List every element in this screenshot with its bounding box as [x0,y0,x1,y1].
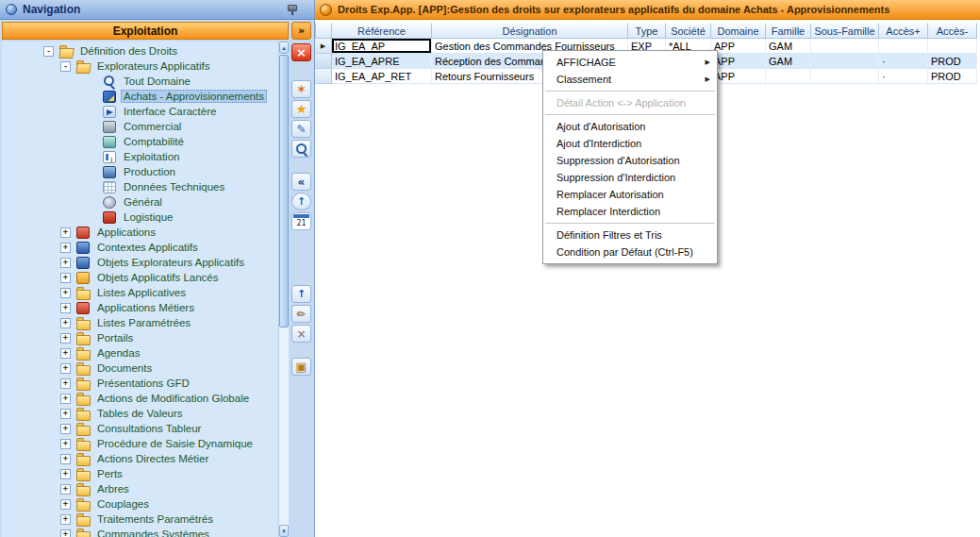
tree-expander[interactable]: + [60,424,71,434]
calendar-button[interactable]: 21 [291,212,311,230]
tree-item[interactable]: + Actions de Modification Globale [2,391,278,406]
grid-cell[interactable] [928,39,977,54]
grid-cell[interactable]: APP [711,54,766,69]
grid-corner-cell[interactable] [315,23,332,39]
menu-item[interactable]: Classement ▶ [543,71,717,88]
column-header[interactable]: Accès+ [879,23,928,39]
tree-expander[interactable]: + [60,514,71,525]
menu-item[interactable]: Définition Filtres et Tris [543,227,717,243]
delete-button[interactable]: × [291,325,311,343]
grid-cell[interactable] [811,39,879,54]
menu-item[interactable]: Remplacer Interdiction [543,203,717,220]
menu-item[interactable]: Remplacer Autorisation [543,186,717,203]
grid-cell[interactable]: IG_EA_APRE [332,54,432,69]
tree-expander[interactable]: + [60,409,71,419]
tree-item[interactable]: + Arbres [2,481,278,496]
tree-expander[interactable]: + [60,484,71,495]
package-button[interactable]: ▣ [291,358,311,376]
tree-item[interactable]: + Couplages [2,496,278,512]
row-header-cell[interactable]: ▶ [315,39,332,54]
pinwheel-button[interactable]: ✶ [291,80,311,98]
tree-item[interactable]: + Perts [2,466,278,481]
tree-item[interactable]: + Traitements Paramétrés [2,512,278,527]
tree-item[interactable]: + Agendas [2,345,278,361]
grid-cell[interactable]: APP [711,39,766,54]
tree-item[interactable]: Commercial [2,119,278,134]
tree-item[interactable]: + Objets Applicatifs Lancés [2,270,278,285]
edit-button[interactable]: ✎ [291,120,311,138]
tree-item[interactable]: Données Techniques [2,179,278,194]
tree-item[interactable]: Général [2,194,278,210]
tree-item[interactable]: Logistique [2,210,278,225]
tree-expander[interactable]: + [60,303,71,313]
tree-expander[interactable]: + [60,318,71,328]
tree-item[interactable]: + Portails [2,330,278,345]
tree-expander[interactable]: + [60,469,71,479]
grid-cell[interactable] [811,54,879,69]
pin-icon[interactable] [286,4,297,16]
tree-item[interactable]: + Listes Applicatives [2,285,278,300]
tree-expander[interactable]: + [60,243,71,253]
tree-item[interactable]: Comptabilité [2,134,278,149]
tree-item[interactable]: + Contextes Applicatifs [2,240,278,255]
scrollbar-thumb[interactable] [279,55,289,327]
tree-item[interactable]: Production [2,164,278,179]
tree-item[interactable]: Interface Caractère [2,104,278,119]
tree-expander[interactable]: + [60,499,71,510]
grid-cell[interactable] [811,69,879,84]
tree-item[interactable]: + Procédure de Saisie Dynamique [2,436,278,451]
scrollbar-track[interactable] [279,54,289,525]
tree-expander[interactable]: + [60,529,71,537]
tree-expander[interactable]: + [60,363,71,374]
column-header[interactable]: Référence [332,23,432,39]
grid-cell[interactable]: · [879,54,928,69]
grid-cell[interactable] [879,39,928,54]
tree-item[interactable]: + Documents [2,361,278,376]
menu-item[interactable]: Suppression d'Autorisation [543,152,717,169]
tree-item[interactable]: + Objets Explorateurs Applicatifs [2,255,278,270]
menu-item[interactable]: AFFICHAGE ▶ [543,54,717,71]
up-circle-button[interactable]: ↑ [291,193,311,210]
tree-expander[interactable]: - [60,61,71,72]
grid-cell[interactable]: GAM [766,39,811,54]
tree-item[interactable]: - Définition des Droits [2,43,278,59]
tree-expander[interactable]: + [60,288,71,298]
row-header-cell[interactable] [315,54,332,69]
move-up-button[interactable]: ↑ [291,285,311,303]
tree-item[interactable]: - Explorateurs Applicatifs [2,59,278,74]
tree-expander[interactable]: + [60,258,71,268]
tree-expander[interactable]: + [60,378,71,389]
tree-item[interactable]: + Listes Paramétrées [2,315,278,330]
column-header[interactable]: Sous-Famille [811,23,879,39]
grid-cell[interactable]: PROD [928,69,977,84]
tree-item[interactable]: + Actions Directes Métier [2,451,278,466]
grid-cell[interactable]: IG_EA_AP_RET [332,69,432,84]
tree-item[interactable]: + Commandes Systèmes [2,527,278,537]
search-button[interactable] [291,140,311,158]
menu-item[interactable]: Ajout d'Interdiction [543,135,717,152]
tree-item[interactable]: Tout Domaine [2,74,278,89]
collapse-left-button[interactable]: « [291,173,311,191]
tree-scrollbar[interactable]: ▲ ▼ [278,42,289,537]
column-header[interactable]: Type [628,23,666,39]
tree-expander[interactable]: + [60,333,71,344]
menu-item[interactable]: Ajout d'Autorisation [543,118,717,135]
brush-button[interactable]: ✏ [291,305,311,323]
menu-item[interactable]: Suppression d'Interdiction [543,169,717,186]
row-header-cell[interactable] [315,69,332,84]
tree-expander[interactable]: + [60,454,71,464]
grid-cell[interactable] [766,69,811,84]
menu-item[interactable]: Condition par Défaut (Ctrl-F5) [543,243,717,260]
close-button[interactable]: × [291,43,311,61]
grid-cell[interactable]: · [879,69,928,84]
column-header[interactable]: Désignation [432,23,628,39]
scroll-up-button[interactable]: ▲ [279,42,289,54]
tree-expander[interactable]: - [43,46,54,57]
column-header[interactable]: Famille [766,23,811,39]
grid-cell[interactable]: GAM [766,54,811,69]
tree-item[interactable]: Achats - Approvisionnements [2,89,278,104]
tree-item[interactable]: + Applications Métiers [2,300,278,315]
tree-item[interactable]: + Consultations Tableur [2,421,278,436]
column-header[interactable]: Société [666,23,711,39]
tree-expander[interactable]: + [60,394,71,404]
